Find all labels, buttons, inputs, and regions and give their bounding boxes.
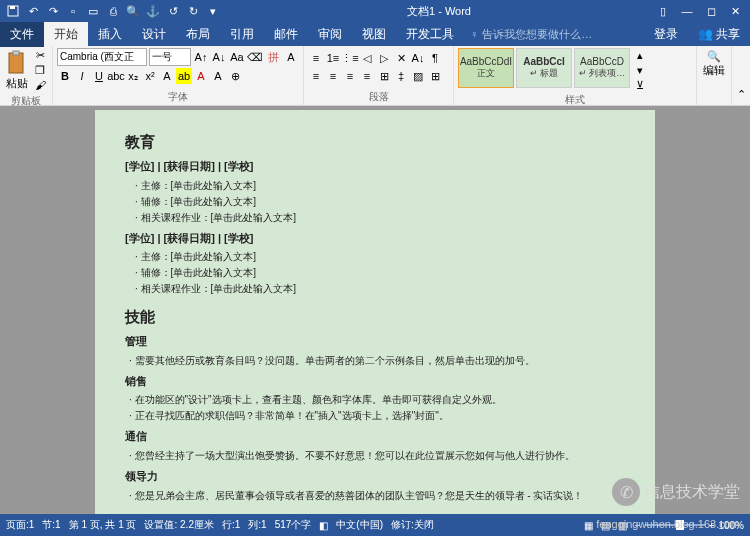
status-line[interactable]: 行:1 xyxy=(222,518,240,532)
zoom-in-icon[interactable]: + xyxy=(709,520,715,531)
align-left-icon[interactable]: ≡ xyxy=(308,68,324,84)
style-heading[interactable]: AaBbCcI ↵ 标题 xyxy=(516,48,572,88)
close-icon[interactable]: ✕ xyxy=(724,2,746,20)
document-canvas[interactable]: 教育 [学位] | [获得日期] | [学校] · 主修：[单击此处输入文本] … xyxy=(0,106,750,514)
status-section[interactable]: 节:1 xyxy=(42,518,60,532)
skill-lead-title[interactable]: 领导力 xyxy=(125,468,625,486)
edu-related-1[interactable]: · 相关课程作业：[单击此处输入文本] xyxy=(135,210,625,226)
view-web-icon[interactable]: ▥ xyxy=(618,520,627,531)
underline-button[interactable]: U xyxy=(91,68,107,84)
heading-experience[interactable]: 经验 xyxy=(125,512,625,514)
enclose-char-icon[interactable]: ⊕ xyxy=(227,68,243,84)
skill-mgmt-title[interactable]: 管理 xyxy=(125,333,625,351)
shading-icon[interactable]: ▨ xyxy=(410,68,426,84)
change-case-icon[interactable]: Aa xyxy=(229,49,245,65)
paste-button[interactable]: 粘贴 xyxy=(4,48,30,93)
align-right-icon[interactable]: ≡ xyxy=(342,68,358,84)
copy-icon[interactable]: ❐ xyxy=(32,63,48,77)
undo-icon[interactable]: ↶ xyxy=(24,2,42,20)
bold-button[interactable]: B xyxy=(57,68,73,84)
maximize-icon[interactable]: ◻ xyxy=(700,2,722,20)
status-column[interactable]: 列:1 xyxy=(248,518,266,532)
status-language[interactable]: 中文(中国) xyxy=(336,518,383,532)
increase-indent-icon[interactable]: ▷ xyxy=(376,50,392,66)
zoom-slider[interactable] xyxy=(645,524,705,526)
status-page[interactable]: 页面:1 xyxy=(6,518,34,532)
tab-mailings[interactable]: 邮件 xyxy=(264,22,308,47)
edu-major-1[interactable]: · 主修：[单击此处输入文本] xyxy=(135,178,625,194)
decrease-indent-icon[interactable]: ◁ xyxy=(359,50,375,66)
edu-related-2[interactable]: · 相关课程作业：[单击此处输入文本] xyxy=(135,281,625,297)
font-color-icon[interactable]: A xyxy=(193,68,209,84)
status-position[interactable]: 设置值: 2.2厘米 xyxy=(144,518,213,532)
redo-icon[interactable]: ↷ xyxy=(44,2,62,20)
char-border-icon[interactable]: A xyxy=(283,49,299,65)
redo2-icon[interactable]: ↻ xyxy=(184,2,202,20)
ribbon-options-icon[interactable]: ▯ xyxy=(652,2,674,20)
zoom-value[interactable]: 100% xyxy=(718,520,744,531)
text-effects-icon[interactable]: A xyxy=(159,68,175,84)
qat-dropdown-icon[interactable]: ▾ xyxy=(204,2,222,20)
skill-sales-title[interactable]: 销售 xyxy=(125,373,625,391)
open-icon[interactable]: ▭ xyxy=(84,2,102,20)
style-normal[interactable]: AaBbCcDdI 正文 xyxy=(458,48,514,88)
view-read-icon[interactable]: ▤ xyxy=(601,520,610,531)
numbering-icon[interactable]: 1≡ xyxy=(325,50,341,66)
line-spacing-icon[interactable]: ‡ xyxy=(393,68,409,84)
skill-sales-l1[interactable]: · 在功能区的"设计"选项卡上，查看主题、颜色和字体库。单击即可获得自定义外观。 xyxy=(129,392,625,408)
minimize-icon[interactable]: — xyxy=(676,2,698,20)
tab-layout[interactable]: 布局 xyxy=(176,22,220,47)
skill-sales-l2[interactable]: · 正在寻找匹配的求职信吗？非常简单！在"插入"选项卡上，选择"封面"。 xyxy=(129,408,625,424)
editing-button[interactable]: 🔍 编辑 xyxy=(701,48,727,80)
clear-format-icon[interactable]: ⌫ xyxy=(247,49,263,65)
styles-up-icon[interactable]: ▴ xyxy=(632,48,648,62)
edu-entry-1[interactable]: [学位] | [获得日期] | [学校] xyxy=(125,158,625,176)
edu-minor-1[interactable]: · 辅修：[单击此处输入文本] xyxy=(135,194,625,210)
shrink-font-icon[interactable]: A↓ xyxy=(211,49,227,65)
edu-minor-2[interactable]: · 辅修：[单击此处输入文本] xyxy=(135,265,625,281)
tab-file[interactable]: 文件 xyxy=(0,22,44,47)
share-button[interactable]: 👥 共享 xyxy=(688,22,750,47)
heading-skills[interactable]: 技能 xyxy=(125,305,625,329)
edu-entry-2[interactable]: [学位] | [获得日期] | [学校] xyxy=(125,230,625,248)
multilevel-icon[interactable]: ⋮≡ xyxy=(342,50,358,66)
zoom-out-icon[interactable]: − xyxy=(635,520,641,531)
skill-lead-text[interactable]: · 您是兄弟会主席、居民董事会领导或者喜爱的慈善团体的团队主管吗？您是天生的领导… xyxy=(129,488,625,504)
tell-me-search[interactable]: ♀告诉我您想要做什么… xyxy=(464,27,598,42)
styles-more-icon[interactable]: ⊻ xyxy=(632,78,648,92)
styles-down-icon[interactable]: ▾ xyxy=(632,63,648,77)
tab-developer[interactable]: 开发工具 xyxy=(396,22,464,47)
grow-font-icon[interactable]: A↑ xyxy=(193,49,209,65)
format-painter-icon[interactable]: 🖌 xyxy=(32,78,48,92)
font-size-select[interactable] xyxy=(149,48,191,66)
new-icon[interactable]: ▫ xyxy=(64,2,82,20)
collapse-ribbon-icon[interactable]: ⌃ xyxy=(732,46,750,105)
preview-icon[interactable]: 🔍 xyxy=(124,2,142,20)
zoom-thumb[interactable] xyxy=(676,520,684,530)
font-name-select[interactable] xyxy=(57,48,147,66)
tab-home[interactable]: 开始 xyxy=(44,22,88,47)
borders-icon[interactable]: ⊞ xyxy=(427,68,443,84)
strikethrough-button[interactable]: abc xyxy=(108,68,124,84)
char-shading-icon[interactable]: A xyxy=(210,68,226,84)
phonetic-icon[interactable]: 拼 xyxy=(265,49,281,65)
italic-button[interactable]: I xyxy=(74,68,90,84)
bullets-icon[interactable]: ≡ xyxy=(308,50,324,66)
status-track[interactable]: 修订:关闭 xyxy=(391,518,434,532)
page[interactable]: 教育 [学位] | [获得日期] | [学校] · 主修：[单击此处输入文本] … xyxy=(95,110,655,514)
skill-comm-title[interactable]: 通信 xyxy=(125,428,625,446)
cut-icon[interactable]: ✂ xyxy=(32,48,48,62)
superscript-button[interactable]: x² xyxy=(142,68,158,84)
show-marks-icon[interactable]: ¶ xyxy=(427,50,443,66)
skill-comm-text[interactable]: · 您曾经主持了一场大型演出饱受赞扬。不要不好意思！您可以在此位置展示您如何与他… xyxy=(129,448,625,464)
undo2-icon[interactable]: ↺ xyxy=(164,2,182,20)
highlight-icon[interactable]: ab xyxy=(176,68,192,84)
status-ime[interactable]: ◧ xyxy=(319,520,328,531)
view-print-icon[interactable]: ▦ xyxy=(584,520,593,531)
style-list[interactable]: AaBbCcD ↵ 列表项… xyxy=(574,48,630,88)
justify-icon[interactable]: ≡ xyxy=(359,68,375,84)
status-charcount[interactable]: 517个字 xyxy=(275,518,312,532)
tab-design[interactable]: 设计 xyxy=(132,22,176,47)
distributed-icon[interactable]: ⊞ xyxy=(376,68,392,84)
save-icon[interactable] xyxy=(4,2,22,20)
